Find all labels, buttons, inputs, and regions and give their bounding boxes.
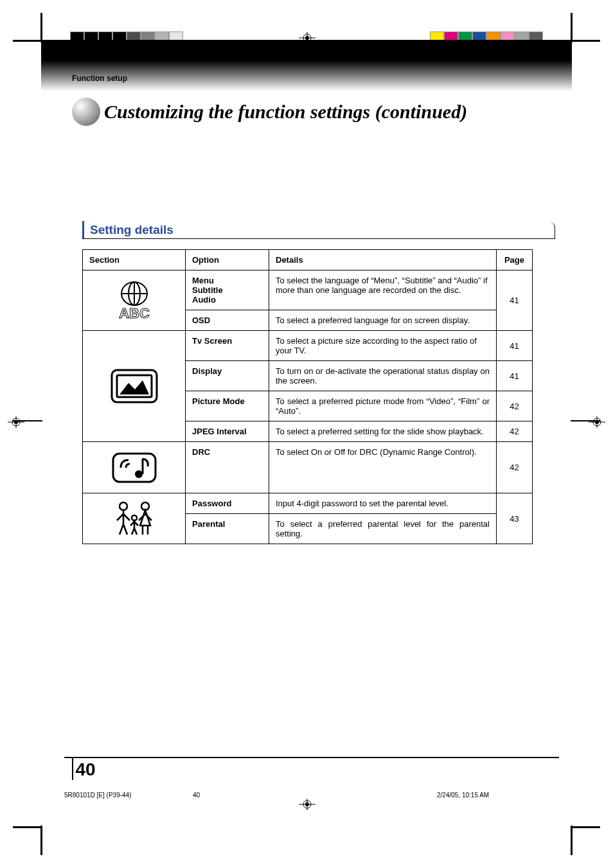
table-row: Password Input 4-digit password to set t… xyxy=(83,493,533,514)
svg-line-29 xyxy=(117,514,123,520)
option-cell: Display xyxy=(186,361,269,391)
details-cell: To select a preferred picture mode from … xyxy=(269,391,497,421)
details-cell: To select On or Off for DRC (Dynamic Ran… xyxy=(269,442,497,493)
table-row: Tv Screen To select a picture size accor… xyxy=(83,331,533,361)
option-cell: OSD xyxy=(186,310,269,331)
picture-frame-icon xyxy=(109,368,159,405)
option-cell: Parental xyxy=(186,514,269,544)
bullet-sphere-icon xyxy=(72,98,100,126)
option-cell: Tv Screen xyxy=(186,331,269,361)
option-label: Subtitle xyxy=(192,285,262,295)
svg-line-32 xyxy=(123,524,127,535)
footer-right: 2/24/05, 10:15 AM xyxy=(321,792,555,799)
crop-mark xyxy=(40,826,42,855)
svg-marker-23 xyxy=(120,380,149,394)
registration-mark-icon xyxy=(589,416,605,428)
option-cell: JPEG Interval xyxy=(186,421,269,442)
page-cell: 41 xyxy=(497,361,533,391)
details-cell: To select a preferred language for on sc… xyxy=(269,310,497,331)
option-label: Audio xyxy=(192,295,262,305)
crop-mark xyxy=(571,13,573,42)
svg-text:ABC: ABC xyxy=(119,305,150,321)
crop-mark xyxy=(571,40,600,42)
svg-line-31 xyxy=(120,524,123,535)
crop-mark xyxy=(40,13,42,42)
footer: 5R80101D [E] (P39-44) 40 2/24/05, 10:15 … xyxy=(64,792,555,799)
page-cell: 42 xyxy=(497,391,533,421)
section-icon-language: ABC xyxy=(83,270,186,331)
svg-line-30 xyxy=(123,514,130,520)
details-cell: To select a preferred setting for the sl… xyxy=(269,421,497,442)
crop-mark xyxy=(13,826,42,828)
footer-left: 5R80101D [E] (P39-44) xyxy=(64,792,193,799)
page-cell: 42 xyxy=(497,421,533,442)
details-cell: To select a preferred parental level for… xyxy=(269,514,497,544)
sub-heading: Setting details xyxy=(90,223,173,236)
section-icon-picture xyxy=(83,331,186,442)
page-title: Customizing the function settings (conti… xyxy=(91,101,467,123)
option-cell: Menu Subtitle Audio xyxy=(186,270,269,310)
details-cell: To turn on or de-activate the operationa… xyxy=(269,361,497,391)
svg-line-44 xyxy=(134,528,137,535)
table-row: ABC Menu Subtitle Audio To select the la… xyxy=(83,270,533,310)
page-cell: 41 xyxy=(497,270,533,331)
header-banner xyxy=(41,40,572,91)
table-row: DRC To select On or Off for DRC (Dynamic… xyxy=(83,442,533,493)
family-icon xyxy=(109,499,159,538)
svg-point-11 xyxy=(14,420,18,424)
crop-mark xyxy=(571,826,600,828)
registration-mark-icon xyxy=(299,799,315,810)
option-cell: Password xyxy=(186,493,269,514)
page-title-row: Customizing the function settings (conti… xyxy=(72,98,467,126)
page-cell: 43 xyxy=(497,493,533,544)
option-cell: Picture Mode xyxy=(186,391,269,421)
svg-point-15 xyxy=(595,420,599,424)
page-number-rule xyxy=(64,757,559,758)
crop-mark xyxy=(13,40,42,42)
col-header-page: Page xyxy=(497,250,533,270)
details-cell: Input 4-digit password to set the parent… xyxy=(269,493,497,514)
svg-point-7 xyxy=(305,802,309,806)
option-cell: DRC xyxy=(186,442,269,493)
music-note-icon xyxy=(109,450,159,486)
registration-mark-icon xyxy=(8,416,24,428)
page-number: 40 xyxy=(72,757,98,780)
footer-center: 40 xyxy=(193,792,321,799)
section-label: Function setup xyxy=(72,74,127,83)
section-icon-parental xyxy=(83,493,186,544)
page-cell: 41 xyxy=(497,331,533,361)
svg-point-39 xyxy=(132,515,137,520)
details-cell: To select a picture size according to th… xyxy=(269,331,497,361)
details-cell: To select the language of “Menu”, “Subti… xyxy=(269,270,497,310)
col-header-section: Section xyxy=(83,250,186,270)
page-cell: 42 xyxy=(497,442,533,493)
col-header-details: Details xyxy=(269,250,497,270)
svg-rect-24 xyxy=(113,454,155,482)
option-label: Menu xyxy=(192,276,262,285)
sub-heading-container: Setting details xyxy=(82,222,555,239)
settings-table: Section Option Details Page ABC Menu Sub… xyxy=(82,249,533,544)
col-header-option: Option xyxy=(186,250,269,270)
section-icon-audio xyxy=(83,442,186,493)
globe-abc-icon: ABC xyxy=(112,278,157,323)
svg-point-27 xyxy=(120,502,127,510)
svg-point-25 xyxy=(135,470,143,478)
crop-mark xyxy=(571,826,573,855)
